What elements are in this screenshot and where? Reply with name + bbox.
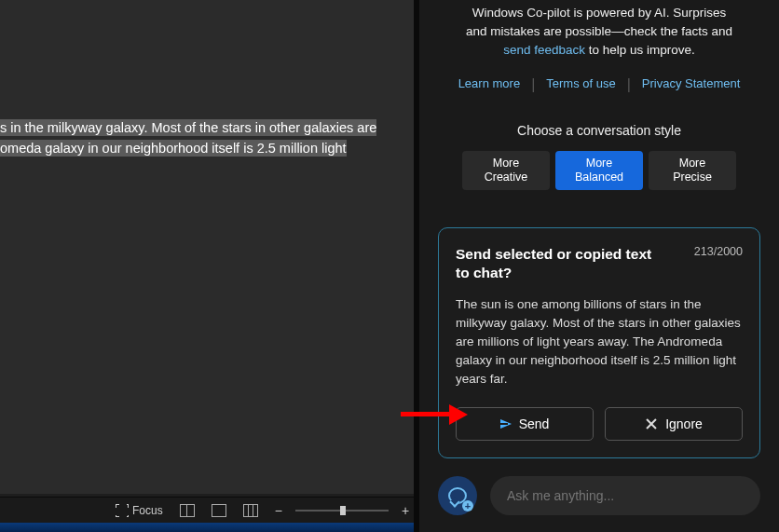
style-heading: Choose a conversation style [438, 123, 760, 138]
document-area[interactable]: s in the milkyway galaxy. Most of the st… [0, 0, 414, 494]
links-row: Learn more | Terms of use | Privacy Stat… [438, 76, 760, 93]
ask-input[interactable] [490, 476, 760, 515]
print-layout-icon [212, 504, 226, 517]
char-count: 213/2000 [694, 245, 743, 258]
style-label-top: More [493, 157, 519, 171]
style-label-bot: Balanced [575, 171, 623, 184]
learn-more-link[interactable]: Learn more [447, 76, 531, 93]
card-title: Send selected or copied text to chat? [456, 245, 661, 282]
close-icon [645, 417, 658, 430]
copilot-pane: Windows Co-pilot is powered by AI. Surpr… [419, 0, 779, 532]
view-read-mode[interactable] [176, 502, 198, 519]
style-label-top: More [679, 157, 705, 171]
card-actions: Send Ignore [456, 407, 743, 441]
read-mode-icon [180, 504, 195, 517]
ai-notice-tail: to help us improve. [585, 43, 695, 57]
card-header: Send selected or copied text to chat? 21… [456, 245, 743, 282]
selected-text-line: s in the milkyway galaxy. Most of the st… [0, 119, 376, 136]
input-row: + [438, 476, 760, 515]
privacy-link[interactable]: Privacy Statement [631, 76, 752, 93]
style-label-bot: Precise [673, 171, 712, 184]
send-label: Send [519, 416, 550, 431]
style-creative-button[interactable]: More Creative [462, 151, 550, 190]
new-chat-button[interactable]: + [438, 476, 477, 515]
zoom-thumb[interactable] [340, 506, 346, 515]
ai-notice-text: Windows Co-pilot is powered by AI. Surpr… [472, 6, 726, 20]
send-button[interactable]: Send [456, 407, 594, 441]
send-to-chat-card: Send selected or copied text to chat? 21… [438, 227, 760, 458]
selected-text[interactable]: s in the milkyway galaxy. Most of the st… [0, 117, 384, 158]
terms-link[interactable]: Terms of use [535, 76, 626, 93]
zoom-slider[interactable] [295, 510, 389, 512]
ai-notice: Windows Co-pilot is powered by AI. Surpr… [438, 4, 760, 60]
view-web-layout[interactable] [239, 502, 262, 519]
plus-icon: + [462, 500, 473, 512]
focus-icon [116, 504, 129, 517]
focus-label: Focus [132, 504, 163, 517]
view-print-layout[interactable] [208, 502, 230, 519]
zoom-in-button[interactable]: + [398, 503, 413, 518]
zoom-out-button[interactable]: − [271, 503, 286, 518]
send-icon [500, 419, 512, 429]
focus-button[interactable]: Focus [112, 502, 167, 519]
status-bar: Focus − + [0, 497, 414, 523]
send-feedback-link[interactable]: send feedback [503, 43, 585, 57]
style-buttons: More Creative More Balanced More Precise [438, 151, 760, 190]
style-label-top: More [586, 157, 612, 171]
ignore-label: Ignore [665, 416, 703, 431]
ignore-button[interactable]: Ignore [605, 407, 743, 441]
document-pane: s in the milkyway galaxy. Most of the st… [0, 0, 414, 532]
taskbar [0, 523, 414, 532]
selected-text-line: omeda galaxy in our neighborhood itself … [0, 140, 347, 157]
web-layout-icon [243, 504, 258, 517]
style-balanced-button[interactable]: More Balanced [555, 151, 643, 190]
card-body-text: The sun is one among billions of stars i… [456, 295, 743, 389]
style-label-bot: Creative [485, 171, 528, 184]
ai-notice-text: and mistakes are possible—check the fact… [466, 24, 732, 38]
style-precise-button[interactable]: More Precise [649, 151, 736, 190]
